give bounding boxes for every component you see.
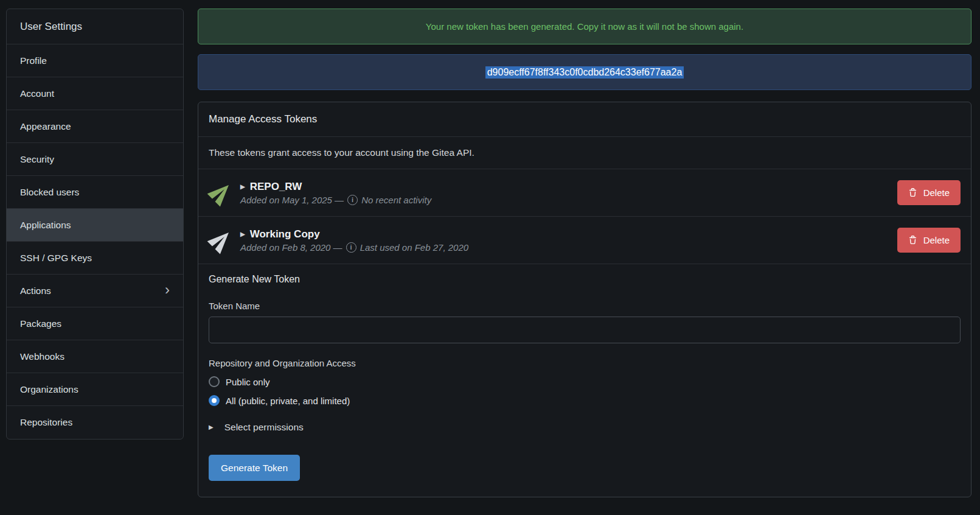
select-permissions-label: Select permissions bbox=[224, 422, 304, 433]
token-name: Working Copy bbox=[250, 228, 320, 240]
sidebar-item-label: Actions bbox=[20, 286, 51, 296]
token-name-toggle[interactable]: ▶ REPO_RW bbox=[240, 181, 431, 193]
token-row: ▶ Working Copy Added on Feb 8, 2020 — i … bbox=[198, 217, 971, 264]
panel-title: Manage Access Tokens bbox=[198, 102, 971, 137]
new-token-display[interactable]: d909ecff67f8ff343c0f0cdbd264c33ef677aa2a bbox=[198, 54, 971, 90]
radio-unchecked-icon[interactable] bbox=[209, 376, 220, 387]
delete-button-label: Delete bbox=[923, 187, 950, 198]
sidebar-item-blocked-users[interactable]: Blocked users bbox=[7, 176, 183, 209]
sidebar-item-label: Applications bbox=[20, 220, 71, 231]
radio-public-only[interactable]: Public only bbox=[209, 376, 961, 387]
token-activity-text: Last used on Feb 27, 2020 bbox=[360, 242, 468, 253]
main-content: Your new token has been generated. Copy … bbox=[198, 9, 971, 497]
radio-label: All (public, private, and limited) bbox=[226, 396, 350, 406]
info-icon: i bbox=[346, 242, 356, 253]
sidebar-item-account[interactable]: Account bbox=[7, 77, 183, 110]
sidebar-item-profile[interactable]: Profile bbox=[7, 44, 183, 77]
token-activity-text: No recent activity bbox=[361, 195, 431, 205]
sidebar-title-label: User Settings bbox=[20, 21, 82, 33]
token-added-text: Added on Feb 8, 2020 — bbox=[240, 242, 342, 253]
token-value-selected-text[interactable]: d909ecff67f8ff343c0f0cdbd264c33ef677aa2a bbox=[485, 66, 684, 79]
sidebar-item-webhooks[interactable]: Webhooks bbox=[7, 340, 183, 373]
token-info: ▶ Working Copy Added on Feb 8, 2020 — i … bbox=[240, 228, 468, 253]
token-name-toggle[interactable]: ▶ Working Copy bbox=[240, 228, 468, 240]
delete-token-button[interactable]: Delete bbox=[897, 228, 961, 253]
sidebar-item-repositories[interactable]: Repositories bbox=[7, 406, 183, 439]
sidebar-item-label: Account bbox=[20, 88, 54, 99]
repo-org-access-label: Repository and Organization Access bbox=[209, 358, 961, 368]
manage-access-tokens-panel: Manage Access Tokens These tokens grant … bbox=[198, 102, 971, 497]
generate-new-token-title: Generate New Token bbox=[198, 264, 971, 295]
sidebar-item-label: Repositories bbox=[20, 417, 72, 428]
token-name-input[interactable] bbox=[209, 317, 961, 343]
sidebar-item-label: Webhooks bbox=[20, 351, 64, 362]
sidebar-item-security[interactable]: Security bbox=[7, 143, 183, 176]
token-name: REPO_RW bbox=[250, 181, 302, 193]
sidebar-item-label: Profile bbox=[20, 55, 47, 66]
trash-icon bbox=[908, 236, 917, 245]
paper-airplane-icon bbox=[209, 181, 233, 205]
paper-airplane-icon bbox=[209, 228, 233, 253]
sidebar-item-appearance[interactable]: Appearance bbox=[7, 110, 183, 143]
triangle-right-icon: ▶ bbox=[240, 184, 245, 190]
select-permissions-toggle[interactable]: ▶ Select permissions bbox=[209, 422, 961, 433]
generate-token-form: Token Name Repository and Organization A… bbox=[198, 301, 971, 497]
sidebar-item-actions[interactable]: Actions › bbox=[7, 275, 183, 307]
token-meta: Added on Feb 8, 2020 — i Last used on Fe… bbox=[240, 242, 468, 253]
sidebar-item-label: Organizations bbox=[20, 384, 78, 395]
sidebar-item-label: Security bbox=[20, 154, 54, 165]
sidebar-item-applications[interactable]: Applications bbox=[7, 209, 183, 242]
sidebar-item-ssh-gpg-keys[interactable]: SSH / GPG Keys bbox=[7, 242, 183, 275]
chevron-right-icon: › bbox=[165, 282, 170, 297]
sidebar-item-organizations[interactable]: Organizations bbox=[7, 373, 183, 406]
token-added-text: Added on May 1, 2025 — bbox=[240, 195, 344, 205]
sidebar-item-label: SSH / GPG Keys bbox=[20, 253, 92, 264]
success-flash-message: Your new token has been generated. Copy … bbox=[198, 9, 971, 44]
delete-token-button[interactable]: Delete bbox=[897, 180, 961, 205]
flash-text: Your new token has been generated. Copy … bbox=[426, 21, 743, 32]
triangle-right-icon: ▶ bbox=[240, 231, 245, 237]
sidebar-item-packages[interactable]: Packages bbox=[7, 307, 183, 340]
sidebar-item-label: Blocked users bbox=[20, 187, 79, 198]
panel-description: These tokens grant access to your accoun… bbox=[198, 137, 971, 169]
trash-icon bbox=[908, 188, 917, 197]
token-name-label: Token Name bbox=[209, 301, 961, 311]
sidebar-item-label: Appearance bbox=[20, 121, 71, 132]
token-info: ▶ REPO_RW Added on May 1, 2025 — i No re… bbox=[240, 181, 431, 205]
sidebar-item-label: Packages bbox=[20, 318, 61, 329]
delete-button-label: Delete bbox=[923, 235, 950, 245]
sidebar-title: User Settings bbox=[7, 9, 183, 44]
radio-label: Public only bbox=[226, 377, 270, 387]
info-icon: i bbox=[347, 195, 358, 205]
settings-page: User Settings Profile Account Appearance… bbox=[0, 0, 980, 515]
token-meta: Added on May 1, 2025 — i No recent activ… bbox=[240, 195, 431, 205]
generate-token-button[interactable]: Generate Token bbox=[209, 455, 300, 481]
triangle-right-icon: ▶ bbox=[209, 424, 214, 430]
radio-all-access[interactable]: All (public, private, and limited) bbox=[209, 395, 961, 406]
token-row: ▶ REPO_RW Added on May 1, 2025 — i No re… bbox=[198, 169, 971, 217]
radio-checked-icon[interactable] bbox=[209, 395, 220, 406]
settings-sidebar: User Settings Profile Account Appearance… bbox=[6, 9, 184, 440]
